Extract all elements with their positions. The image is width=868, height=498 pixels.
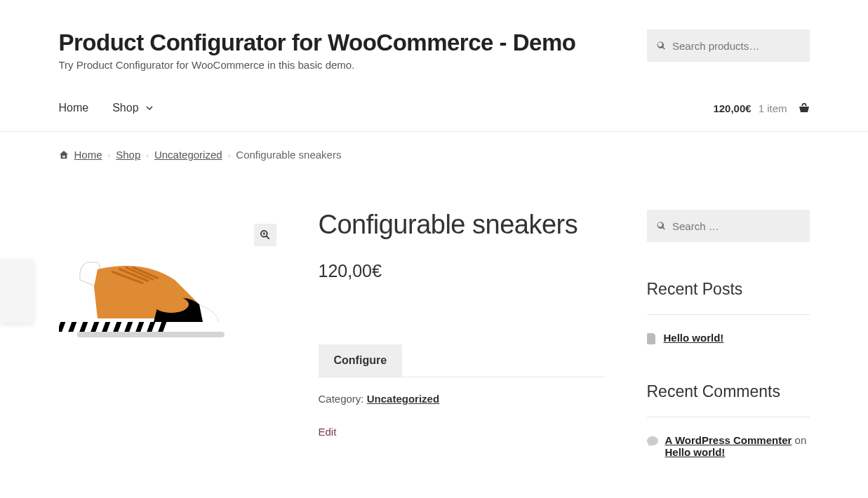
- recent-comments-title: Recent Comments: [647, 382, 810, 401]
- breadcrumb-sep: ›: [108, 151, 111, 159]
- search-input[interactable]: [672, 40, 800, 52]
- svg-rect-7: [59, 322, 65, 332]
- product-image-area: [59, 210, 276, 458]
- commenter-link[interactable]: A WordPress Commenter: [665, 434, 792, 446]
- breadcrumb-shop[interactable]: Shop: [116, 149, 140, 161]
- comment-text: A WordPress Commenter on Hello world!: [665, 434, 810, 458]
- product-title: Configurable sneakers: [319, 210, 605, 240]
- svg-point-0: [154, 296, 189, 313]
- chevron-down-icon: [146, 105, 153, 112]
- header-search-box[interactable]: [647, 29, 810, 62]
- product-image[interactable]: [59, 238, 241, 364]
- summary-divider: [319, 377, 605, 377]
- breadcrumb: Home › Shop › Uncategorized › Configurab…: [59, 132, 810, 175]
- search-icon: [657, 221, 665, 231]
- category-link[interactable]: Uncategorized: [367, 393, 439, 405]
- breadcrumb-current: Configurable sneakers: [236, 149, 341, 161]
- widget-divider: [647, 314, 810, 315]
- category-label: Category:: [319, 393, 367, 405]
- basket-icon: [799, 102, 810, 114]
- comment-icon: [647, 436, 658, 447]
- nav-home[interactable]: Home: [59, 102, 89, 114]
- breadcrumb-sep: ›: [228, 151, 231, 159]
- recent-posts-title: Recent Posts: [647, 280, 810, 299]
- svg-rect-17: [77, 332, 225, 337]
- product-price: 120,00€: [319, 261, 605, 281]
- nav-shop[interactable]: Shop: [112, 102, 152, 114]
- recent-post-link[interactable]: Hello world!: [664, 332, 724, 344]
- sidebar: Recent Posts Hello world! Recent Comment…: [647, 210, 810, 458]
- document-icon: [647, 333, 657, 344]
- site-branding: Product Configurator for WooCommerce - D…: [59, 29, 576, 71]
- comment-post-link[interactable]: Hello world!: [665, 446, 726, 458]
- site-title[interactable]: Product Configurator for WooCommerce - D…: [59, 29, 576, 56]
- recent-comment-item: A WordPress Commenter on Hello world!: [647, 434, 810, 458]
- breadcrumb-home[interactable]: Home: [74, 149, 102, 161]
- widget-divider: [647, 417, 810, 417]
- zoom-button[interactable]: [254, 224, 276, 246]
- cart-summary[interactable]: 120,00€ 1 item: [713, 102, 809, 114]
- zoom-in-icon: [260, 230, 270, 240]
- on-text: on: [792, 434, 806, 446]
- edit-link[interactable]: Edit: [319, 426, 337, 438]
- sidebar-search-input[interactable]: [672, 220, 800, 232]
- site-tagline: Try Product Configurator for WooCommerce…: [59, 59, 576, 71]
- sidebar-search-box[interactable]: [647, 210, 810, 242]
- product-summary: Configurable sneakers 120,00€ Configure …: [319, 210, 605, 458]
- breadcrumb-category[interactable]: Uncategorized: [154, 149, 222, 161]
- cart-total: 120,00€: [713, 102, 751, 114]
- breadcrumb-sep: ›: [146, 151, 149, 159]
- cart-item-count: 1 item: [759, 102, 787, 114]
- nav-shop-label: Shop: [112, 102, 138, 114]
- product-meta: Category: Uncategorized: [319, 393, 605, 405]
- home-icon: [59, 150, 69, 160]
- recent-post-item: Hello world!: [647, 332, 810, 344]
- search-icon: [657, 41, 665, 51]
- configure-button[interactable]: Configure: [319, 344, 403, 377]
- left-floating-tab[interactable]: [0, 260, 34, 323]
- primary-nav: Home Shop: [59, 102, 153, 114]
- svg-rect-8: [68, 322, 76, 332]
